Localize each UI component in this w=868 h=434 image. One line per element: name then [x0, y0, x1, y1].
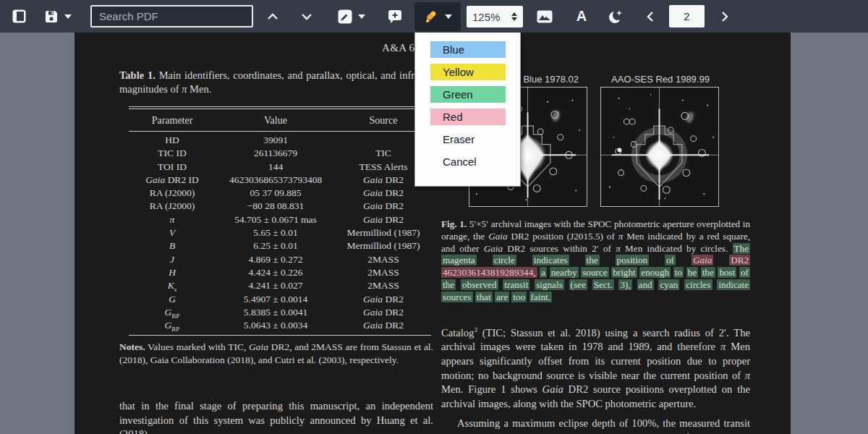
highlighted-word[interactable]: magenta [441, 255, 477, 265]
highlighted-word[interactable]: are [495, 292, 509, 302]
highlighted-word[interactable]: the [585, 255, 600, 265]
highlighted-word[interactable]: the [701, 267, 715, 278]
subfigure-red: AAO-SES Red 1989.99 [600, 74, 720, 207]
highlighted-word[interactable]: enough [639, 267, 671, 278]
table-1: Parameter Value Source HD39091TIC ID2611… [129, 106, 431, 336]
table-cell: 4623036865373793408 [216, 174, 336, 187]
highlighted-word[interactable]: cyan [658, 279, 679, 290]
highlighted-word[interactable]: circles [684, 279, 712, 290]
table-row: V5.65 ± 0.01Mermilliod (1987) [129, 226, 431, 239]
table-body: HD39091TIC ID261136679TICTOI ID144TESS A… [129, 132, 431, 335]
table-row: GBP5.8385 ± 0.0041Gaia DR2 [129, 306, 431, 319]
table-row: J4.869 ± 0.2722MASS [129, 253, 431, 266]
color-swatch: Yellow [430, 64, 506, 80]
highlighted-word[interactable]: The [733, 243, 751, 254]
color-swatch: Green [430, 86, 506, 103]
highlighted-word[interactable]: source [581, 267, 608, 278]
highlighted-word[interactable]: to [673, 267, 684, 278]
highlighted-word[interactable]: indicates [532, 255, 569, 265]
table-cell: 2MASS [336, 266, 431, 279]
table-cell: Gaia DR2 [336, 293, 431, 306]
highlighted-word[interactable]: that [475, 292, 493, 302]
toolbar: 125% A [0, 0, 868, 33]
highlighted-word[interactable]: 4623036143819289344, [441, 267, 537, 278]
table-cell: π [129, 213, 216, 226]
menu-item-cancel[interactable]: Cancel [415, 153, 520, 170]
table-row: G5.4907 ± 0.0014Gaia DR2 [129, 293, 431, 306]
table-cell: B [129, 239, 216, 252]
table-row: Ks4.241 ± 0.0272MASS [129, 279, 431, 292]
table-row: B6.25 ± 0.01Mermilliod (1987) [129, 239, 431, 252]
highlighted-word[interactable]: be [686, 267, 698, 278]
save-button[interactable] [42, 0, 61, 33]
table-cell: 144 [216, 161, 336, 174]
table-cell: 4.869 ± 0.272 [216, 253, 336, 266]
highlighted-word[interactable]: of [739, 267, 750, 278]
color-swatch: Red [430, 109, 506, 125]
add-comment-button[interactable] [386, 0, 404, 33]
dark-mode-button[interactable] [606, 0, 625, 33]
chevron-down-icon [64, 14, 72, 19]
save-menu-caret[interactable] [62, 0, 74, 33]
subfigure-red-caption: AAO-SES Red 1989.99 [600, 74, 720, 85]
next-page-button[interactable] [717, 0, 733, 33]
table-cell: Gaia DR2 [336, 200, 431, 213]
annotate-menu-caret[interactable] [356, 0, 367, 33]
image-tool-button[interactable] [535, 0, 555, 33]
highlighted-word[interactable]: circle [493, 255, 516, 265]
table-header-row: Parameter Value Source [129, 114, 431, 131]
table-cell: −80 28 08.831 [216, 200, 336, 213]
highlighted-word[interactable]: sources [441, 292, 473, 302]
archival-image-red [600, 87, 719, 207]
annotation-pen-icon [338, 9, 352, 24]
highlighted-word[interactable]: Sect. [592, 279, 614, 290]
table-cell: Mermilliod (1987) [336, 226, 431, 239]
table-header-parameter: Parameter [129, 115, 216, 127]
menu-item-red[interactable]: Red [415, 109, 520, 125]
highlighted-word[interactable]: position [616, 255, 650, 265]
annotate-button[interactable] [336, 0, 354, 33]
highlighted-word[interactable]: observed [461, 279, 498, 290]
highlighted-word[interactable]: indicate [717, 279, 750, 290]
chevron-down-icon [358, 14, 365, 19]
menu-item-eraser[interactable]: Eraser [415, 131, 520, 148]
highlighted-word[interactable]: host [718, 267, 736, 278]
highlighted-word[interactable]: too [511, 292, 527, 302]
highlighted-word[interactable]: (see [569, 279, 587, 290]
highlighted-word[interactable]: DR2 [729, 255, 750, 265]
text-tool-button[interactable]: A [574, 0, 590, 33]
highlighted-word[interactable]: and [637, 279, 654, 290]
search-input[interactable] [90, 5, 253, 27]
chevron-left-icon [647, 11, 654, 22]
menu-item-yellow[interactable]: Yellow [415, 64, 520, 80]
table-row: RA (J2000)05 37 09.885Gaia DR2 [129, 187, 431, 200]
chevron-right-icon [721, 11, 728, 22]
table-row: HD39091 [129, 134, 431, 147]
highlighted-word[interactable]: the [441, 279, 456, 290]
highlighted-word[interactable]: of [665, 255, 676, 265]
menu-item-green[interactable]: Green [415, 86, 520, 103]
table-cell: G [129, 293, 216, 306]
table-cell: Mermilliod (1987) [336, 239, 431, 252]
find-previous-button[interactable] [263, 0, 282, 33]
highlighted-word[interactable]: Gaia [692, 255, 713, 265]
highlighted-word[interactable]: faint. [529, 292, 552, 302]
highlighted-word[interactable]: a [540, 267, 547, 278]
highlighted-word[interactable]: transit [503, 279, 529, 290]
highlighted-word[interactable]: 3), [618, 279, 631, 290]
table-cell: Gaia DR2 [336, 187, 431, 200]
find-next-button[interactable] [297, 0, 316, 33]
zoom-level-select[interactable]: 125% [467, 6, 523, 27]
menu-item-blue[interactable]: Blue [415, 41, 520, 58]
highlighter-button[interactable] [414, 2, 461, 31]
highlighted-word[interactable]: bright [611, 267, 637, 278]
highlighted-word[interactable]: nearby [550, 267, 579, 278]
highlighter-icon [424, 9, 440, 25]
sidebar-toggle-button[interactable] [10, 0, 27, 33]
page-number-input[interactable] [669, 5, 705, 27]
chevron-down-icon [301, 13, 312, 20]
table-row: RA (J2000)−80 28 08.831Gaia DR2 [129, 200, 431, 213]
highlighted-word[interactable]: signals [535, 279, 564, 290]
table-cell: V [129, 226, 216, 239]
previous-page-button[interactable] [642, 0, 658, 33]
